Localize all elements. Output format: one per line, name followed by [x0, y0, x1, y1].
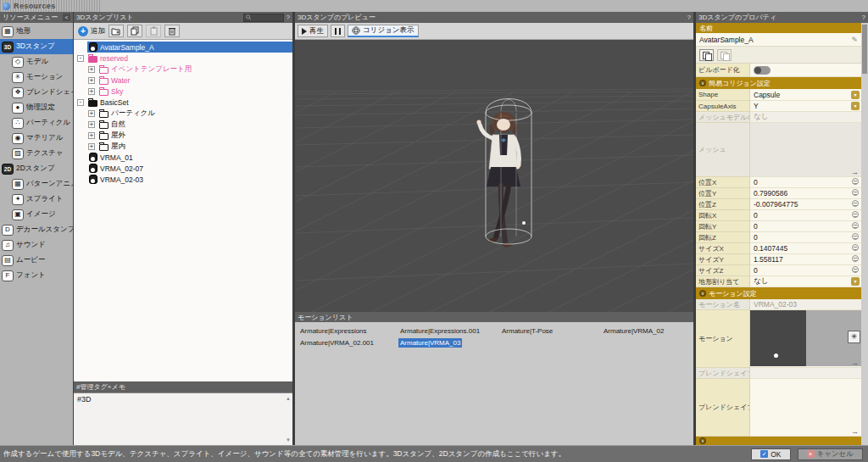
new-folder-button[interactable]: [108, 25, 124, 37]
blendshape-area[interactable]: →: [750, 379, 861, 437]
paste-button[interactable]: [146, 25, 161, 37]
motion-list-item[interactable]: Armature|Expressions.001: [398, 327, 500, 338]
shape-dropdown[interactable]: Capsule ▾: [750, 89, 861, 101]
transform-value-field[interactable]: -0.007964775: [750, 199, 861, 210]
tree-item[interactable]: +自然: [74, 119, 292, 130]
collision-section-header[interactable]: ∨ 簡易コリジョン設定: [696, 77, 861, 89]
motion-list-item[interactable]: Armature|VRMA_02: [602, 327, 693, 338]
edit-pencil-icon[interactable]: ✎: [851, 36, 858, 44]
tree-item[interactable]: +Sky: [74, 86, 292, 97]
sidebar-item-image[interactable]: ▣イメージ: [0, 207, 73, 222]
tree-item[interactable]: +屋内: [74, 141, 292, 152]
transform-value-field[interactable]: 0: [750, 177, 861, 188]
detail-arrow-icon[interactable]: →: [851, 359, 859, 367]
transform-value-field[interactable]: 0: [750, 221, 861, 232]
sidebar-item-sprite[interactable]: ✦スプライト: [0, 192, 73, 207]
terrain-assign-dropdown[interactable]: なし ▾: [750, 276, 861, 287]
spinner-icon[interactable]: [852, 189, 859, 196]
collapse-panel-button[interactable]: <: [63, 14, 70, 21]
tree-item[interactable]: VRMA_02-07: [74, 163, 292, 174]
spinner-icon[interactable]: [852, 255, 859, 262]
sidebar-item-model[interactable]: ◇モデル: [0, 54, 73, 70]
tree-expander-icon[interactable]: -: [77, 55, 84, 62]
sidebar-item-2D[interactable]: 2D2Dスタンプ: [0, 161, 73, 176]
spinner-icon[interactable]: [852, 266, 859, 273]
sidebar-item-decal[interactable]: Dデカールスタンプ: [0, 222, 73, 237]
tree-expander-icon[interactable]: +: [88, 143, 95, 150]
motion-picker-icon[interactable]: ✳: [848, 331, 860, 343]
tree-expander-icon[interactable]: +: [88, 66, 95, 73]
tree-item[interactable]: -reserved: [74, 53, 292, 64]
cancel-button[interactable]: × キャンセル: [798, 448, 864, 460]
spinner-icon[interactable]: [852, 178, 859, 185]
transform-value-field[interactable]: 0.7990586: [750, 188, 861, 199]
tree-item[interactable]: VRMA_02-03: [74, 174, 292, 185]
sidebar-item-blendshape[interactable]: ❖ブレンドシェイプ: [0, 85, 73, 100]
motion-section-header[interactable]: ∨ モーション設定: [696, 287, 861, 299]
sidebar-item-physics[interactable]: ●物理設定: [0, 100, 73, 115]
sidebar-item-terrain[interactable]: ▦地形: [0, 24, 73, 39]
tree-item[interactable]: AvatarSample_A: [74, 42, 292, 53]
tree-expander-icon[interactable]: +: [88, 121, 95, 128]
add-button[interactable]: + 追加: [78, 26, 105, 36]
next-section-header[interactable]: ∨: [696, 437, 861, 445]
sidebar-item-material[interactable]: ◉マテリアル: [0, 131, 73, 146]
delete-button[interactable]: [164, 25, 180, 37]
sidebar-item-sound[interactable]: ♫サウンド: [0, 237, 73, 253]
tree-item[interactable]: -BasicSet: [74, 97, 292, 108]
transform-value-field[interactable]: 0: [750, 210, 861, 221]
sidebar-item-font[interactable]: Fフォント: [0, 268, 73, 283]
sidebar-item-movie[interactable]: ▤ムービー: [0, 253, 73, 268]
tree-item[interactable]: +パーティクル: [74, 108, 292, 119]
play-button[interactable]: 再生: [298, 25, 328, 37]
sidebar-item-3D[interactable]: 3D3Dスタンプ: [0, 39, 73, 54]
help-button[interactable]: ?: [862, 14, 865, 21]
copy-button[interactable]: [127, 25, 142, 37]
spinner-icon[interactable]: [852, 222, 859, 229]
tree-item[interactable]: +屋外: [74, 130, 292, 141]
scroll-down-icon[interactable]: ▼: [286, 437, 291, 443]
spinner-icon[interactable]: [852, 200, 859, 207]
ok-button[interactable]: ✓ OK: [751, 448, 790, 460]
detail-arrow-icon[interactable]: →: [851, 168, 859, 176]
sidebar-item-particle[interactable]: ∴パーティクル: [0, 115, 73, 131]
detail-arrow-icon[interactable]: →: [851, 427, 859, 436]
tree-item[interactable]: +イベントテンプレート用: [74, 64, 292, 75]
capsule-axis-dropdown[interactable]: Y ▾: [750, 101, 861, 112]
tree-expander-icon[interactable]: +: [88, 132, 95, 139]
motion-list-item[interactable]: Armature|T-Pose: [500, 327, 602, 338]
scrollbar-thumb[interactable]: [862, 25, 867, 74]
motion-list-item[interactable]: Armature|VRMA_02.001: [298, 339, 398, 350]
transform-value-field[interactable]: 1.558117: [750, 254, 861, 265]
tree-expander-icon[interactable]: -: [77, 99, 84, 106]
spinner-icon[interactable]: [852, 211, 859, 218]
name-field[interactable]: AvatarSample_A ✎: [696, 33, 861, 47]
tree-expander-icon[interactable]: +: [88, 77, 95, 84]
motion-list-item[interactable]: Armature|VRMA_03: [398, 339, 500, 350]
3d-viewport[interactable]: [295, 40, 693, 312]
search-input[interactable]: [243, 14, 284, 22]
help-button[interactable]: ?: [287, 14, 290, 21]
collision-display-toggle[interactable]: コリジョン表示: [348, 25, 419, 37]
pause-button[interactable]: [331, 25, 345, 37]
spinner-icon[interactable]: [852, 233, 859, 240]
transform-value-field[interactable]: 0: [750, 232, 861, 243]
billboard-toggle[interactable]: [754, 66, 771, 75]
properties-scrollbar[interactable]: [861, 23, 868, 445]
tree-item[interactable]: VRMA_01: [74, 152, 292, 163]
sidebar-item-pattern[interactable]: ▦パターンアニメ: [0, 176, 73, 192]
sidebar-item-motion[interactable]: ✳モーション: [0, 70, 73, 85]
tree-item[interactable]: +Water: [74, 75, 292, 86]
transform-value-field[interactable]: 0.1407445: [750, 243, 861, 254]
tree-expander-icon[interactable]: +: [88, 110, 95, 117]
tree-expander-icon[interactable]: +: [88, 88, 95, 95]
copy-properties-button[interactable]: [699, 49, 714, 61]
spinner-icon[interactable]: [852, 244, 859, 251]
memo-textarea[interactable]: #3D ▲ ▼: [74, 392, 292, 445]
transform-value-field[interactable]: 0: [750, 265, 861, 276]
motion-list-item[interactable]: Armature|Expressions: [298, 327, 398, 338]
motion-preview-area[interactable]: ✳ →: [750, 310, 861, 368]
help-button[interactable]: ?: [687, 14, 691, 21]
paste-properties-button[interactable]: [717, 49, 732, 61]
scroll-up-icon[interactable]: ▲: [286, 396, 291, 401]
